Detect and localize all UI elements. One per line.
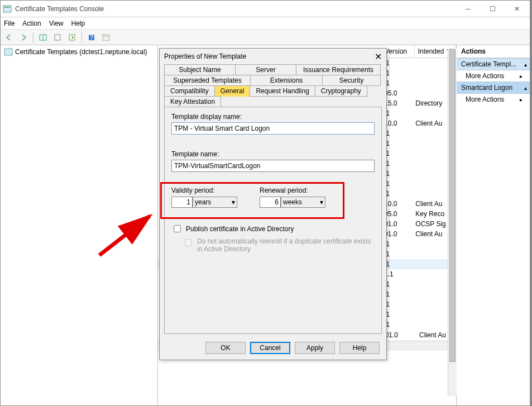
maximize-button[interactable]: ☐ — [480, 1, 505, 17]
dialog-close-button[interactable]: ✕ — [375, 51, 382, 62]
tab-extensions[interactable]: Extensions — [250, 75, 323, 86]
action-band-smartcard[interactable]: Smartcard Logon ▴ — [457, 82, 531, 94]
view-button[interactable] — [37, 31, 49, 44]
action-more-1[interactable]: More Actions ▸ — [457, 70, 531, 82]
svg-rect-0 — [3, 6, 11, 12]
chevron-up-icon: ▴ — [524, 61, 527, 68]
validity-unit-dropdown[interactable]: years▾ — [193, 197, 237, 208]
action-band-cert-templates[interactable]: Certificate Templ... ▴ — [457, 58, 531, 70]
publish-checkbox-row[interactable]: Publish certificate in Active Directory — [171, 223, 375, 234]
svg-rect-10 — [4, 49, 12, 55]
help-button[interactable]: Help — [339, 342, 380, 354]
tab-security[interactable]: Security — [322, 75, 381, 86]
cert-template-icon — [4, 47, 13, 56]
renewal-label: Renewal period: — [260, 187, 325, 194]
template-name-input[interactable] — [171, 160, 375, 172]
apply-button[interactable]: Apply — [295, 342, 335, 354]
toolbar: ? — [1, 30, 531, 45]
dup-checkbox — [185, 239, 192, 246]
svg-text:?: ? — [90, 34, 94, 41]
menubar: File Action View Help — [1, 17, 531, 30]
window-border — [530, 0, 532, 406]
dup-label: Do not automatically reenroll if a dupli… — [197, 237, 375, 253]
tab-cryptography[interactable]: Cryptography — [315, 85, 367, 97]
minimize-button[interactable]: ─ — [456, 1, 480, 17]
tab-request-handling[interactable]: Request Handling — [250, 85, 315, 97]
publish-checkbox[interactable] — [174, 225, 181, 232]
properties-button[interactable] — [100, 31, 112, 44]
publish-label: Publish certificate in Active Directory — [186, 225, 294, 233]
refresh-button[interactable] — [51, 31, 64, 44]
actions-header: Actions — [457, 45, 531, 58]
band-label: Smartcard Logon — [461, 84, 512, 92]
tab-key-attestation[interactable]: Key Attestation — [164, 96, 221, 107]
ok-button[interactable]: OK — [205, 342, 246, 354]
tree-item-cert-templates[interactable]: Certificate Templates (dctest1.neptune.l… — [2, 46, 156, 58]
cancel-button[interactable]: Cancel — [250, 342, 290, 354]
close-button[interactable]: ✕ — [505, 1, 529, 17]
validity-value-input[interactable] — [171, 197, 193, 208]
band-label: Certificate Templ... — [461, 60, 516, 68]
tree-item-label: Certificate Templates (dctest1.neptune.l… — [15, 48, 147, 56]
properties-dialog: Properties of New Template ✕ Subject Nam… — [159, 48, 387, 360]
template-intended: Client Au — [419, 331, 446, 339]
tab-issuance[interactable]: Issuance Requirements — [296, 64, 381, 75]
cert-console-icon — [3, 4, 12, 13]
renewal-value-input[interactable] — [260, 197, 281, 208]
chevron-down-icon: ▾ — [320, 198, 323, 206]
window-title: Certificate Templates Console — [15, 5, 456, 13]
menu-help[interactable]: Help — [71, 20, 85, 27]
renewal-unit-dropdown[interactable]: weeks▾ — [281, 197, 325, 208]
svg-rect-8 — [103, 35, 109, 40]
chevron-down-icon: ▾ — [232, 198, 235, 206]
action-label: More Actions — [466, 95, 504, 103]
dup-checkbox-row: Do not automatically reenroll if a dupli… — [183, 237, 375, 253]
validity-unit-text: years — [195, 198, 211, 206]
dialog-title: Properties of New Template — [164, 52, 246, 60]
tab-general[interactable]: General — [214, 85, 251, 97]
vertical-scrollbar[interactable] — [448, 48, 457, 396]
svg-rect-4 — [55, 35, 60, 40]
titlebar: Certificate Templates Console ─ ☐ ✕ — [1, 1, 531, 17]
action-label: More Actions — [466, 72, 504, 80]
forward-button[interactable] — [17, 31, 30, 44]
help-button[interactable]: ? — [85, 31, 98, 44]
chevron-right-icon: ▸ — [520, 73, 523, 79]
renewal-unit-text: weeks — [283, 198, 302, 206]
tab-superseded[interactable]: Superseded Templates — [164, 75, 251, 86]
menu-view[interactable]: View — [49, 20, 64, 27]
display-name-input[interactable] — [171, 122, 375, 135]
actions-pane: Actions Certificate Templ... ▴ More Acti… — [457, 45, 531, 405]
chevron-up-icon: ▴ — [524, 85, 527, 91]
chevron-right-icon: ▸ — [520, 97, 523, 103]
menu-action[interactable]: Action — [22, 20, 41, 27]
validity-label: Validity period: — [171, 187, 237, 194]
tab-subject-name[interactable]: Subject Name — [164, 64, 236, 75]
menu-file[interactable]: File — [4, 20, 15, 27]
back-button[interactable] — [3, 31, 15, 44]
tab-server[interactable]: Server — [235, 64, 296, 75]
export-button[interactable] — [66, 31, 78, 44]
action-more-2[interactable]: More Actions ▸ — [457, 94, 531, 105]
svg-rect-1 — [4, 7, 10, 8]
dialog-tabs: Subject Name Server Issuance Requirement… — [164, 64, 382, 107]
template-name-label: Template name: — [171, 150, 375, 158]
tab-compatibility[interactable]: Compatibility — [164, 85, 215, 97]
console-tree[interactable]: Certificate Templates (dctest1.neptune.l… — [1, 45, 158, 405]
display-name-label: Template display name: — [171, 113, 375, 121]
